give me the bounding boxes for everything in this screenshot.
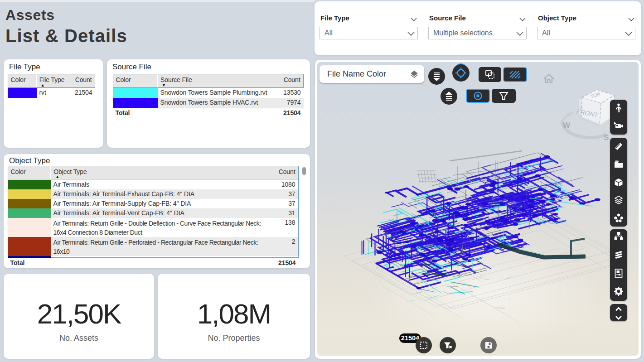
- svg-text:S: S: [604, 133, 609, 142]
- svg-text:W: W: [563, 121, 571, 130]
